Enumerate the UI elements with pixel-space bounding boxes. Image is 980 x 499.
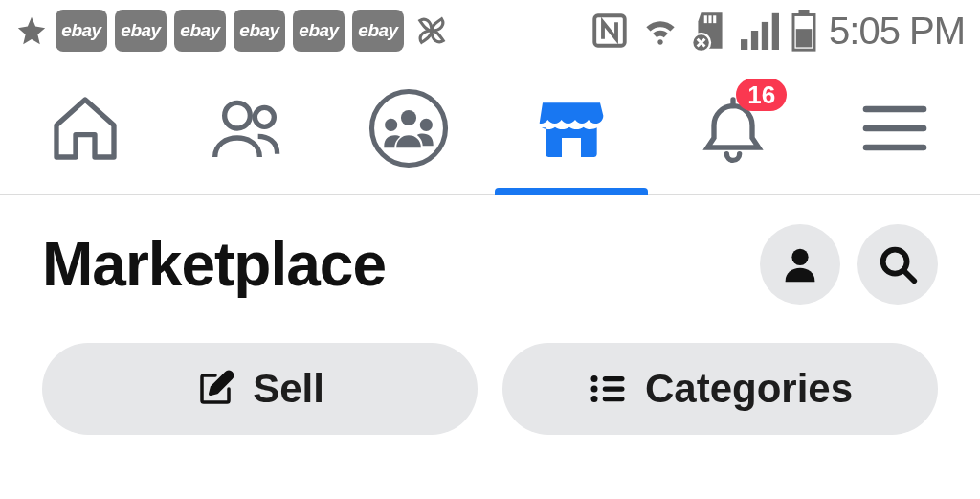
nav-home[interactable] (4, 61, 166, 194)
ebay-notification-icon: ebay (352, 10, 404, 52)
top-nav: 16 (0, 61, 980, 195)
svg-point-24 (590, 375, 597, 382)
svg-point-13 (255, 107, 274, 126)
status-bar: ebay ebay ebay ebay ebay ebay (0, 0, 980, 61)
svg-line-23 (905, 272, 915, 282)
sd-card-error-icon (691, 10, 729, 52)
status-right: 5:05 PM (590, 10, 965, 53)
notification-badge: 16 (736, 79, 787, 111)
ebay-notification-icon: ebay (56, 10, 107, 52)
svg-rect-3 (713, 15, 716, 23)
svg-rect-5 (741, 39, 747, 50)
svg-point-26 (590, 396, 597, 402)
svg-point-17 (420, 118, 433, 130)
person-icon (778, 242, 822, 286)
search-icon (876, 242, 920, 286)
svg-rect-11 (796, 29, 813, 47)
nav-marketplace[interactable] (490, 61, 652, 194)
svg-point-25 (590, 386, 597, 393)
svg-point-16 (385, 118, 397, 130)
svg-point-15 (401, 109, 416, 125)
nav-groups[interactable] (328, 61, 490, 194)
nav-menu[interactable] (814, 61, 976, 194)
svg-point-21 (791, 249, 808, 265)
list-icon (588, 369, 628, 409)
marketplace-icon (533, 90, 610, 167)
categories-button[interactable]: Categories (502, 343, 938, 435)
battery-icon (791, 10, 817, 52)
nav-friends[interactable] (166, 61, 327, 194)
nfc-icon (590, 11, 630, 51)
friends-icon (209, 90, 285, 167)
svg-rect-6 (751, 31, 758, 50)
svg-rect-8 (772, 13, 779, 50)
star-icon (15, 14, 48, 47)
nav-notifications[interactable]: 16 (652, 61, 813, 194)
pinwheel-icon (412, 11, 452, 51)
status-time: 5:05 PM (829, 10, 965, 53)
svg-point-12 (225, 102, 251, 128)
svg-rect-2 (708, 15, 711, 23)
categories-label: Categories (645, 366, 853, 412)
ebay-notification-icon: ebay (174, 10, 226, 52)
ebay-notification-icon: ebay (234, 10, 285, 52)
page-header: Marketplace (0, 195, 980, 324)
sell-button[interactable]: Sell (42, 343, 478, 435)
compose-icon (195, 369, 235, 409)
svg-rect-28 (603, 386, 625, 391)
status-left: ebay ebay ebay ebay ebay ebay (15, 10, 452, 52)
wifi-icon (639, 10, 681, 52)
header-actions (760, 224, 938, 305)
action-pills: Sell Categories (0, 324, 980, 444)
signal-icon (739, 11, 781, 50)
svg-rect-27 (603, 376, 625, 381)
svg-rect-29 (603, 397, 625, 401)
ebay-notification-icon: ebay (115, 10, 167, 52)
home-icon (47, 90, 123, 167)
profile-button[interactable] (760, 224, 840, 305)
svg-rect-7 (762, 22, 768, 50)
search-button[interactable] (858, 224, 938, 305)
sell-label: Sell (253, 366, 324, 412)
svg-rect-1 (704, 15, 707, 23)
ebay-notification-icon: ebay (293, 10, 345, 52)
svg-point-14 (372, 91, 446, 165)
groups-icon (367, 86, 451, 170)
page-title: Marketplace (42, 229, 386, 300)
hamburger-icon (857, 90, 933, 167)
